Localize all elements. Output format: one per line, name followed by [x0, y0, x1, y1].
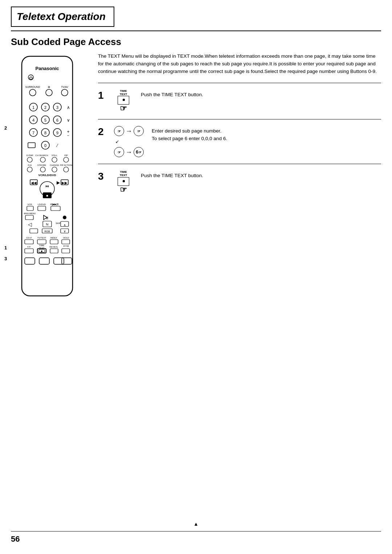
svg-text:P/T/B: P/T/B — [63, 245, 69, 247]
svg-text:1: 1 — [32, 105, 34, 110]
intro-paragraph: The TEXT Menu will be displayed in TEXT … — [98, 53, 381, 76]
svg-text:TV/TEXT: TV/TEXT — [37, 237, 46, 239]
svg-text:4: 4 — [32, 118, 34, 122]
svg-text:LD/DVD: LD/DVD — [38, 203, 46, 205]
svg-text:−: − — [67, 134, 69, 138]
svg-text:◁: ◁ — [28, 221, 32, 227]
svg-text:CD∧7: CD∧7 — [26, 237, 32, 239]
section-title: Sub Coded Page Access — [11, 36, 381, 48]
step-2-row: 2 ☞ → ☞ ↙ ☞ → 6☞ Enter desi — [98, 119, 381, 164]
step-2-icon: ☞ → ☞ ↙ ☞ → 6☞ — [113, 126, 145, 157]
svg-text:⏺: ⏺ — [41, 250, 43, 252]
svg-text:RGB: RGB — [44, 230, 50, 233]
svg-text:STROBE: STROBE — [37, 164, 46, 166]
remote-illustration: Panasonic ⏻ SURROUND ⊠ TV/AV 1 2 3 ∧ 4 — [11, 53, 83, 300]
svg-text:Panasonic: Panasonic — [35, 66, 59, 71]
svg-text:STILL: STILL — [52, 154, 58, 156]
svg-text:8: 8 — [44, 131, 46, 135]
step-2-number: 2 — [98, 126, 106, 138]
svg-text:∨: ∨ — [67, 118, 70, 123]
svg-text:⏮: ⏮ — [45, 184, 49, 188]
svg-text:D.PNR: D.PNR — [26, 154, 33, 156]
svg-text:⊠: ⊠ — [48, 86, 50, 88]
svg-text:■: ■ — [46, 194, 48, 197]
svg-text:INDEX: INDEX — [50, 237, 57, 239]
svg-text:A|▶▶|B: A|▶▶|B — [50, 203, 59, 206]
page-footer: 56 — [11, 531, 381, 544]
step-1-row: 1 TIME TEXT ⏺ ☞ Push the TIME TEXT butto… — [98, 83, 381, 119]
svg-text:⏻: ⏻ — [29, 76, 33, 80]
page-title: Teletext Operation — [17, 11, 106, 22]
svg-text:◀◀: ◀◀ — [31, 181, 37, 185]
svg-text:∧: ∧ — [67, 105, 70, 110]
header-rule — [11, 30, 381, 31]
svg-point-72 — [63, 216, 66, 219]
svg-text:CHANGE: CHANGE — [50, 164, 59, 166]
svg-text:0: 0 — [44, 143, 46, 148]
step-1-number: 1 — [98, 90, 106, 101]
svg-text:P.AI: P.AI — [28, 164, 32, 166]
svg-text:⏸: ⏸ — [45, 216, 49, 220]
remote-side-label-3: 3 — [4, 256, 7, 261]
svg-text:∨: ∨ — [64, 229, 66, 233]
svg-text:CH SEARCH: CH SEARCH — [35, 154, 48, 156]
footer-rule — [11, 531, 381, 531]
svg-text:7: 7 — [32, 131, 34, 135]
step-3-text: Push the TIME TEXT button. — [141, 171, 203, 180]
remote-side-label-1: 1 — [4, 245, 7, 250]
svg-text:6: 6 — [56, 118, 58, 122]
svg-text:TV/AV: TV/AV — [61, 86, 68, 88]
svg-text:VCR/LD/DVD: VCR/LD/DVD — [38, 174, 56, 177]
svg-text:PIP ACTION: PIP ACTION — [60, 164, 72, 166]
svg-text:TIME: TIME — [39, 244, 44, 247]
svg-text:SKIP: SKIP — [56, 222, 61, 224]
svg-text:SURROUND: SURROUND — [25, 86, 40, 88]
svg-text:N: N — [46, 223, 49, 226]
svg-text:VCR: VCR — [28, 203, 32, 205]
step-1-text: Push the TIME TEXT button. — [141, 90, 203, 99]
step-2-text: Enter desired sub page number. To select… — [152, 126, 227, 143]
bottom-marker: ▲ — [193, 521, 199, 527]
svg-text:MAN MENU: MAN MENU — [24, 212, 36, 215]
svg-text:F.P.: F.P. — [27, 246, 31, 248]
svg-text:▶: ▶ — [57, 180, 60, 185]
svg-text:PIP: PIP — [64, 154, 68, 156]
step-3-row: 3 TIME TEXT ⏺ ☞ Push the TIME TEXT butto… — [98, 164, 381, 200]
svg-text:3: 3 — [56, 105, 58, 110]
svg-text:HOLD: HOLD — [63, 237, 69, 239]
step-3-number: 3 — [98, 171, 106, 182]
svg-text:9: 9 — [56, 131, 58, 135]
step-1-icon: TIME TEXT ⏺ ☞ — [113, 90, 134, 113]
page-header-box: Teletext Operation — [11, 7, 114, 27]
page-number: 56 — [11, 534, 20, 543]
svg-text:5: 5 — [44, 118, 46, 122]
svg-text:REVEAL: REVEAL — [49, 246, 58, 248]
remote-side-label-2: 2 — [4, 125, 7, 131]
svg-text:▶▶: ▶▶ — [62, 181, 68, 185]
svg-text:2: 2 — [44, 105, 46, 110]
step-3-icon: TIME TEXT ⏺ ☞ — [113, 171, 134, 194]
